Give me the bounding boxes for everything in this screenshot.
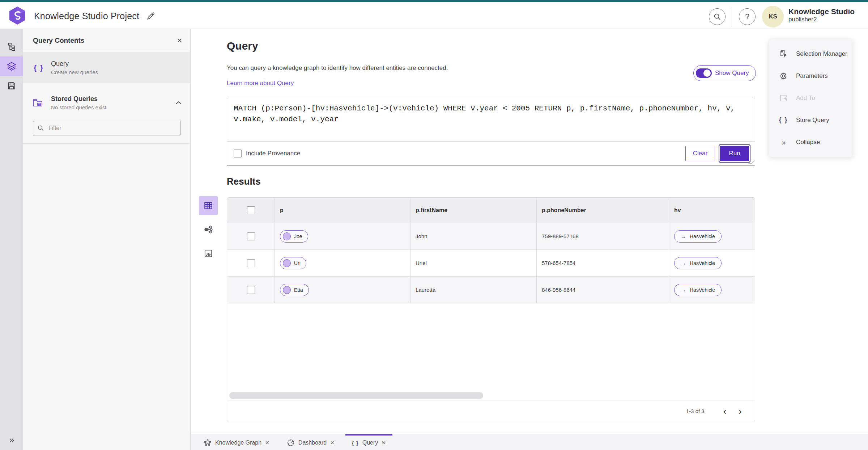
graph-view-button[interactable] [199, 220, 218, 239]
search-button[interactable] [709, 8, 726, 25]
rail-item-hierarchy[interactable] [0, 37, 23, 56]
results-title: Results [227, 176, 261, 187]
chevron-up-icon[interactable] [176, 101, 182, 105]
column-header-hv[interactable]: hv [674, 207, 681, 214]
previous-page-button[interactable]: ‹ [723, 407, 727, 416]
close-icon[interactable]: ✕ [265, 440, 269, 446]
include-provenance-checkbox[interactable] [234, 150, 242, 157]
expand-panel-icon[interactable]: » [0, 435, 23, 445]
rail-item-save[interactable] [0, 76, 23, 96]
chart-view-icon [204, 249, 213, 258]
node-dot-icon [283, 259, 291, 267]
dashboard-icon [287, 439, 295, 447]
stored-queries-label: Stored Queries [51, 95, 106, 103]
tab-knowledge-graph[interactable]: Knowledge Graph ✕ [197, 434, 276, 450]
tab-query[interactable]: { } Query ✕ [345, 434, 392, 450]
query-contents-panel: Query Contents ✕ { } Query Create new qu… [23, 29, 191, 450]
filter-input[interactable] [33, 121, 180, 135]
chart-view-button[interactable] [199, 244, 218, 263]
close-icon[interactable]: ✕ [177, 37, 182, 45]
folder-icon [33, 98, 51, 107]
node-dot-icon [283, 232, 291, 240]
help-button[interactable]: ? [739, 8, 756, 25]
node-dot-icon [283, 286, 291, 294]
clear-button[interactable]: Clear [685, 146, 715, 161]
menu-item-label: Collapse [796, 139, 820, 146]
edge-label: HasVehicle [690, 234, 715, 239]
cell-phonenumber: 759-889-57168 [542, 233, 579, 239]
rail-item-layers[interactable] [0, 56, 23, 76]
query-box: MATCH (p:Person)-[hv:HasVehicle]->(v:Veh… [227, 98, 755, 166]
question-icon: ? [745, 12, 749, 21]
node-chip[interactable]: Uri [280, 257, 306, 269]
query-item-sublabel: Create new queries [51, 69, 98, 75]
next-page-button[interactable]: › [739, 407, 742, 416]
close-icon[interactable]: ✕ [330, 440, 335, 446]
column-header-firstname[interactable]: p.firstName [416, 207, 447, 214]
sidebar-item-query[interactable]: { } Query Create new queries [23, 52, 190, 83]
query-context-menu: Selection Manager Parameters Add To { } [769, 39, 852, 157]
tab-label: Dashboard [298, 440, 327, 446]
cell-firstname: John [416, 233, 427, 239]
graph-view-icon [204, 225, 213, 234]
save-icon [7, 81, 16, 91]
user-name: publisher2 [788, 16, 855, 23]
table-view-button[interactable] [199, 196, 218, 215]
edge-chip[interactable]: → HasVehicle [674, 257, 722, 269]
double-chevron-right-icon: » [779, 138, 788, 147]
tab-label: Knowledge Graph [215, 440, 261, 446]
node-label: Etta [294, 287, 303, 293]
menu-item-parameters[interactable]: Parameters [769, 65, 852, 87]
icon-rail: » [0, 29, 23, 450]
project-title: Knowledge Studio Project [34, 11, 139, 21]
cell-firstname: Uriel [416, 260, 427, 266]
cell-firstname: Lauretta [416, 287, 435, 293]
select-all-checkbox[interactable] [247, 206, 255, 214]
node-chip[interactable]: Joe [280, 230, 308, 243]
panel-divider [23, 143, 190, 144]
learn-more-link[interactable]: Learn more about Query [227, 80, 294, 87]
tab-dashboard[interactable]: Dashboard ✕ [280, 434, 341, 450]
edge-chip[interactable]: → HasVehicle [674, 284, 722, 296]
panel-header: Query Contents ✕ [23, 29, 190, 52]
filter-field-wrap [33, 121, 180, 135]
table-view-icon [204, 201, 213, 210]
menu-item-store-query[interactable]: { } Store Query [769, 109, 852, 131]
cell-phonenumber: 846-956-8644 [542, 287, 575, 293]
menu-item-selection-manager[interactable]: Selection Manager [769, 43, 852, 65]
bottom-tab-bar: Knowledge Graph ✕ Dashboard ✕ { } Query … [191, 434, 868, 450]
topbar-divider [732, 7, 732, 27]
include-provenance-label: Include Provenance [246, 150, 300, 157]
user-info: Knowledge Studio publisher2 [788, 7, 855, 24]
row-checkbox[interactable] [247, 232, 255, 240]
pagination-bar: 1-3 of 3 ‹ › [227, 400, 755, 422]
node-label: Joe [294, 234, 302, 239]
close-icon[interactable]: ✕ [382, 440, 386, 446]
selection-manager-icon [779, 50, 788, 58]
arrow-right-icon: → [681, 234, 686, 239]
edge-chip[interactable]: → HasVehicle [674, 230, 722, 243]
row-checkbox[interactable] [247, 286, 255, 294]
query-editor[interactable]: MATCH (p:Person)-[hv:HasVehicle]->(v:Veh… [227, 98, 755, 142]
pagination-range: 1-3 of 3 [686, 408, 705, 414]
sidebar-item-stored-queries[interactable]: Stored Queries No stored queries exist [23, 88, 190, 117]
page-title: Query [227, 40, 258, 52]
menu-item-collapse[interactable]: » Collapse [769, 131, 852, 153]
show-query-toggle[interactable]: Show Query [693, 65, 756, 81]
edit-title-icon[interactable] [146, 11, 156, 21]
horizontal-scrollbar[interactable] [229, 392, 483, 399]
column-header-p[interactable]: p [280, 207, 284, 214]
row-checkbox[interactable] [247, 259, 255, 267]
app-logo-icon [9, 6, 26, 25]
page-description: You can query a knowledge graph to ident… [227, 64, 448, 72]
arrow-right-icon: → [681, 260, 686, 266]
column-header-phonenumber[interactable]: p.phoneNumber [542, 207, 586, 214]
query-item-label: Query [51, 60, 98, 68]
top-bar: Knowledge Studio Project ? KS Knowledge … [0, 2, 868, 29]
results-table: p p.firstName p.phoneNumber hv Joe John … [227, 197, 755, 422]
search-icon [37, 125, 44, 131]
menu-item-label: Selection Manager [796, 50, 847, 58]
run-button[interactable]: Run [719, 145, 750, 162]
user-avatar[interactable]: KS [762, 6, 784, 28]
node-chip[interactable]: Etta [280, 284, 309, 296]
